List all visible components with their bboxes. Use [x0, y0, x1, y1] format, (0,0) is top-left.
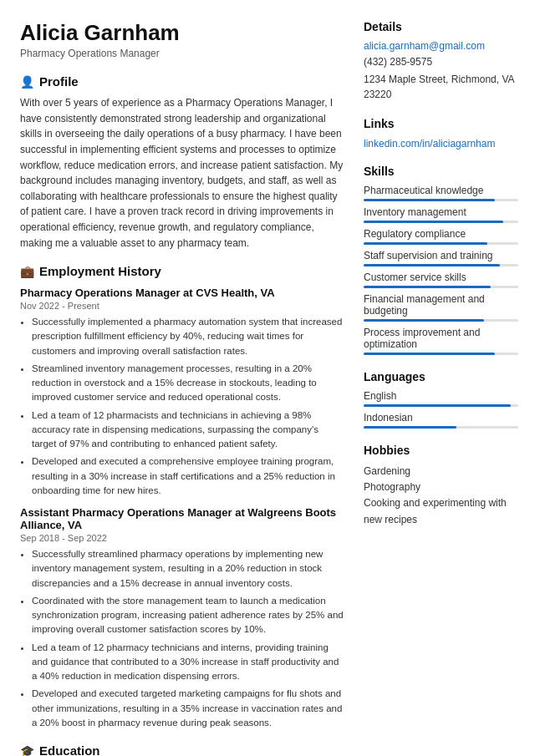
skill-bar-fill-4 — [364, 286, 491, 288]
lang-bar-fill-0 — [364, 404, 511, 407]
employment-icon: 💼 — [20, 265, 34, 278]
links-section-title: Links — [364, 117, 518, 130]
lang-bar-bg-1 — [364, 426, 518, 429]
skill-bar-fill-6 — [364, 353, 495, 355]
skill-bar-fill-1 — [364, 221, 503, 223]
employment-section-header: 💼 Employment History — [20, 264, 344, 278]
skill-regulatory: Regulatory compliance — [364, 228, 518, 245]
lang-indonesian: Indonesian — [364, 412, 518, 429]
linkedin-link[interactable]: linkedin.com/in/aliciagarnham — [364, 138, 495, 150]
skill-bar-fill-5 — [364, 319, 484, 322]
bullet-2-1: Successfully streamlined pharmacy operat… — [32, 547, 344, 591]
job-dates-1: Nov 2022 - Present — [20, 301, 344, 311]
skill-label-1: Inventory management — [364, 206, 518, 218]
bullet-1-4: Developed and executed a comprehensive e… — [32, 454, 344, 498]
skill-pharmaceutical: Pharmaceutical knowledge — [364, 185, 518, 201]
skill-bar-bg-2 — [364, 242, 518, 245]
skill-bar-fill-3 — [364, 264, 500, 266]
email-link[interactable]: alicia.garnham@gmail.com — [364, 40, 518, 52]
profile-icon: 👤 — [20, 75, 34, 89]
skill-bar-bg-5 — [364, 319, 518, 322]
skill-bar-bg-3 — [364, 264, 518, 266]
bullet-1-2: Streamlined inventory management process… — [32, 362, 344, 405]
education-section-header: 🎓 Education — [20, 743, 344, 756]
bullet-2-2: Coordinated with the store management te… — [32, 594, 344, 637]
lang-label-1: Indonesian — [364, 412, 518, 424]
bullet-2-3: Led a team of 12 pharmacy technicians an… — [32, 641, 344, 684]
employment-label: Employment History — [39, 264, 161, 278]
full-name: Alicia Garnham — [20, 20, 344, 46]
skill-financial: Financial management and budgeting — [364, 293, 518, 322]
job-bullets-1: Successfully implemented a pharmacy auto… — [20, 315, 344, 498]
job-bullets-2: Successfully streamlined pharmacy operat… — [20, 547, 344, 730]
skill-label-5: Financial management and budgeting — [364, 293, 518, 317]
address-text: 1234 Maple Street, Richmond, VA 23220 — [364, 72, 518, 102]
lang-english: English — [364, 390, 518, 407]
bullet-1-1: Successfully implemented a pharmacy auto… — [32, 315, 344, 358]
bullet-1-3: Led a team of 12 pharmacists and technic… — [32, 408, 344, 452]
hobbies-section-title: Hobbies — [364, 444, 518, 457]
phone-text: (432) 285-9575 — [364, 54, 518, 69]
skill-bar-fill-0 — [364, 199, 495, 201]
skill-staff: Staff supervision and training — [364, 250, 518, 266]
skill-bar-bg-1 — [364, 221, 518, 223]
left-column: Alicia Garnham Pharmacy Operations Manag… — [20, 20, 344, 756]
languages-section-title: Languages — [364, 370, 518, 383]
job-title: Pharmacy Operations Manager — [20, 48, 344, 59]
languages-list: English Indonesian — [364, 390, 518, 429]
skill-bar-bg-0 — [364, 199, 518, 201]
hobby-0: Gardening — [364, 464, 518, 479]
skill-customer: Customer service skills — [364, 271, 518, 288]
job-dates-2: Sep 2018 - Sep 2022 — [20, 533, 344, 543]
skill-process: Process improvement and optimization — [364, 327, 518, 355]
right-column: Details alicia.garnham@gmail.com (432) 2… — [364, 20, 518, 756]
profile-section-header: 👤 Profile — [20, 74, 344, 89]
skill-bar-bg-4 — [364, 286, 518, 288]
details-section-title: Details — [364, 20, 518, 33]
skills-list: Pharmaceutical knowledge Inventory manag… — [364, 185, 518, 355]
skill-label-6: Process improvement and optimization — [364, 327, 518, 350]
education-label: Education — [39, 743, 100, 756]
profile-text: With over 5 years of experience as a Pha… — [20, 95, 344, 251]
skill-label-2: Regulatory compliance — [364, 228, 518, 240]
lang-bar-fill-1 — [364, 426, 456, 429]
skill-bar-bg-6 — [364, 353, 518, 355]
skill-bar-fill-2 — [364, 242, 487, 245]
profile-label: Profile — [39, 74, 79, 89]
lang-bar-bg-0 — [364, 404, 518, 407]
hobbies-list: Gardening Photography Cooking and experi… — [364, 464, 518, 528]
skills-section-title: Skills — [364, 165, 518, 178]
hobby-1: Photography — [364, 479, 518, 495]
job-entry-2: Assistant Pharmacy Operations Manager at… — [20, 506, 344, 730]
job-title-2: Assistant Pharmacy Operations Manager at… — [20, 506, 344, 531]
hobby-2: Cooking and experimenting with new recip… — [364, 495, 518, 527]
bullet-2-4: Developed and executed targeted marketin… — [32, 687, 344, 730]
education-icon: 🎓 — [20, 744, 34, 756]
job-title-1: Pharmacy Operations Manager at CVS Healt… — [20, 287, 344, 299]
lang-label-0: English — [364, 390, 518, 402]
skill-label-4: Customer service skills — [364, 271, 518, 283]
skill-label-0: Pharmaceutical knowledge — [364, 185, 518, 196]
skill-inventory: Inventory management — [364, 206, 518, 223]
skill-label-3: Staff supervision and training — [364, 250, 518, 261]
job-entry-1: Pharmacy Operations Manager at CVS Healt… — [20, 287, 344, 498]
